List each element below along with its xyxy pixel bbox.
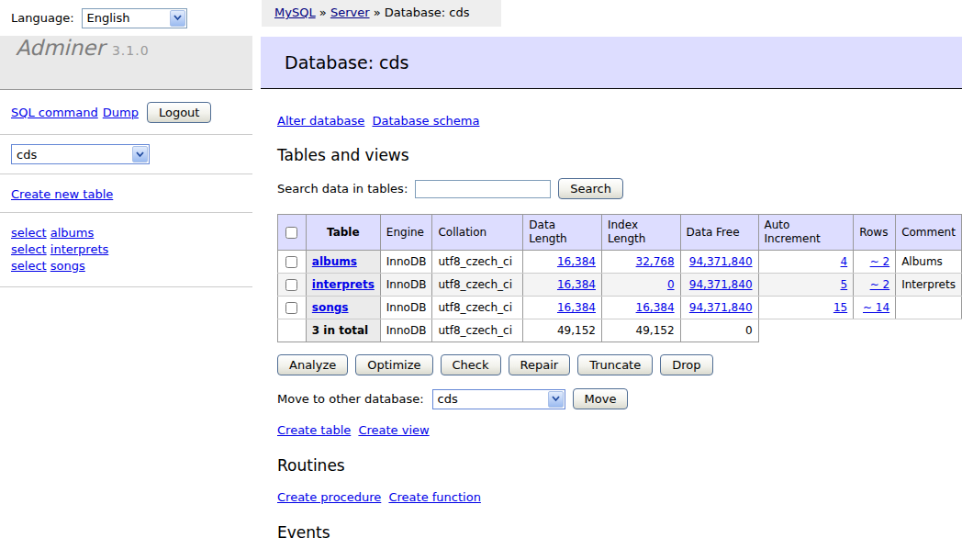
dump-link[interactable]: Dump	[103, 106, 139, 119]
index-length-link[interactable]: 16,384	[636, 301, 675, 314]
search-row: Search data in tables: Search	[277, 178, 962, 199]
data-free-link[interactable]: 94,371,840	[689, 255, 753, 268]
chevron-down-icon	[548, 391, 564, 408]
select-songs-link[interactable]: select	[11, 259, 47, 273]
sql-command-link[interactable]: SQL command	[11, 106, 98, 119]
auto-increment-link[interactable]: 15	[833, 301, 847, 314]
table-row: albums InnoDB utf8_czech_ci 16,384 32,76…	[278, 251, 962, 274]
language-select[interactable]: English	[82, 8, 187, 28]
total-data-length: 49,152	[523, 319, 602, 342]
create-links-row: Create table Create view	[277, 423, 962, 437]
table-songs-link[interactable]: songs	[50, 259, 85, 273]
auto-increment-link[interactable]: 4	[841, 255, 848, 268]
move-label: Move to other database:	[277, 392, 424, 406]
alter-database-link[interactable]: Alter database	[277, 114, 364, 128]
move-database-row: Move to other database: cds Move	[277, 388, 962, 409]
breadcrumb-mysql-link[interactable]: MySQL	[274, 6, 316, 19]
total-index-length: 49,152	[601, 319, 680, 342]
comment-cell: Albums	[896, 251, 962, 274]
create-new-table-link[interactable]: Create new table	[11, 187, 113, 201]
data-length-link[interactable]: 16,384	[557, 255, 596, 268]
column-header-data-free: Data Free	[680, 215, 758, 251]
search-label: Search data in tables:	[277, 182, 408, 196]
search-input[interactable]	[415, 180, 551, 198]
select-all-checkbox[interactable]	[285, 227, 297, 239]
optimize-button[interactable]: Optimize	[355, 354, 432, 375]
index-length-link[interactable]: 0	[667, 278, 675, 291]
collation-cell: utf8_czech_ci	[432, 319, 523, 342]
breadcrumb-server-link[interactable]: Server	[330, 6, 370, 19]
rows-count-link[interactable]: ~ 2	[870, 278, 890, 291]
rows-count-link[interactable]: ~ 14	[863, 301, 889, 314]
breadcrumb-separator: »	[374, 6, 381, 19]
row-checkbox[interactable]	[285, 256, 297, 268]
column-header-table: Table	[306, 215, 380, 251]
column-header-index-length: Index Length	[601, 215, 680, 251]
search-button[interactable]: Search	[558, 178, 623, 199]
routines-heading: Routines	[277, 456, 962, 475]
page-title-bar: Database: cds	[261, 37, 962, 89]
database-schema-link[interactable]: Database schema	[373, 114, 480, 128]
list-item: select songs	[11, 258, 241, 274]
table-name-link[interactable]: songs	[312, 301, 349, 314]
index-length-link[interactable]: 32,768	[636, 255, 675, 268]
database-links-row: Alter database Database schema	[277, 114, 962, 128]
data-length-link[interactable]: 16,384	[557, 301, 596, 314]
table-albums-link[interactable]: albums	[50, 226, 95, 240]
create-function-link[interactable]: Create function	[388, 490, 480, 504]
column-header-engine: Engine	[380, 215, 432, 251]
language-row: Language: English	[0, 0, 252, 36]
breadcrumb: MySQL » Server » Database: cds	[262, 0, 501, 27]
column-header-rows: Rows	[854, 215, 896, 251]
data-free-link[interactable]: 94,371,840	[689, 278, 753, 291]
rows-count-link[interactable]: ~ 2	[870, 255, 890, 268]
sidebar: Language: English Adminer 3.1.0 SQL comm…	[0, 0, 252, 287]
collation-cell: utf8_czech_ci	[432, 274, 523, 297]
collation-cell: utf8_czech_ci	[432, 297, 523, 319]
engine-cell: InnoDB	[380, 297, 432, 319]
auto-increment-link[interactable]: 5	[841, 278, 848, 291]
drop-button[interactable]: Drop	[660, 354, 712, 375]
table-actions-row: Analyze Optimize Check Repair Truncate D…	[277, 354, 962, 375]
truncate-button[interactable]: Truncate	[577, 354, 653, 375]
table-name-link[interactable]: albums	[312, 255, 357, 268]
column-header-comment: Comment	[896, 215, 962, 251]
table-name-link[interactable]: interprets	[312, 278, 375, 291]
collation-cell: utf8_czech_ci	[432, 251, 523, 274]
create-table-link[interactable]: Create table	[277, 423, 351, 437]
sidebar-database-row: cds	[0, 135, 252, 174]
database-select[interactable]: cds	[11, 144, 150, 164]
data-free-link[interactable]: 94,371,840	[689, 301, 753, 314]
table-header-row: Table Engine Collation Data Length Index…	[278, 215, 962, 251]
data-length-link[interactable]: 16,384	[557, 278, 596, 291]
move-button[interactable]: Move	[573, 388, 629, 409]
sidebar-create-table-row: Create new table	[0, 174, 252, 213]
create-view-link[interactable]: Create view	[358, 423, 429, 437]
page-title: Database: cds	[285, 52, 409, 73]
check-button[interactable]: Check	[441, 354, 501, 375]
create-procedure-link[interactable]: Create procedure	[277, 490, 381, 504]
row-checkbox[interactable]	[285, 302, 297, 314]
select-interprets-link[interactable]: select	[11, 242, 47, 256]
events-heading: Events	[277, 523, 962, 542]
select-albums-link[interactable]: select	[11, 226, 47, 240]
main-content: Alter database Database schema Tables an…	[277, 90, 962, 560]
table-row: songs InnoDB utf8_czech_ci 16,384 16,384…	[278, 297, 962, 319]
column-header-auto-increment: Auto Increment	[758, 215, 854, 251]
table-interprets-link[interactable]: interprets	[50, 242, 108, 256]
chevron-down-icon	[170, 10, 185, 27]
chevron-down-icon	[132, 146, 148, 162]
analyze-button[interactable]: Analyze	[277, 354, 348, 375]
list-item: select interprets	[11, 241, 241, 258]
language-label: Language:	[11, 11, 74, 25]
logout-button[interactable]: Logout	[147, 102, 212, 123]
repair-button[interactable]: Repair	[509, 354, 571, 375]
list-item: select albums	[11, 225, 241, 241]
app-title: Adminer	[16, 36, 105, 60]
move-database-select[interactable]: cds	[432, 389, 565, 409]
table-total-row: 3 in total InnoDB utf8_czech_ci 49,152 4…	[278, 319, 962, 342]
row-checkbox[interactable]	[285, 279, 297, 291]
sidebar-tables-list: select albums select interprets select s…	[0, 213, 252, 287]
language-select-value: English	[87, 11, 130, 25]
app-header: Adminer 3.1.0	[0, 36, 252, 90]
